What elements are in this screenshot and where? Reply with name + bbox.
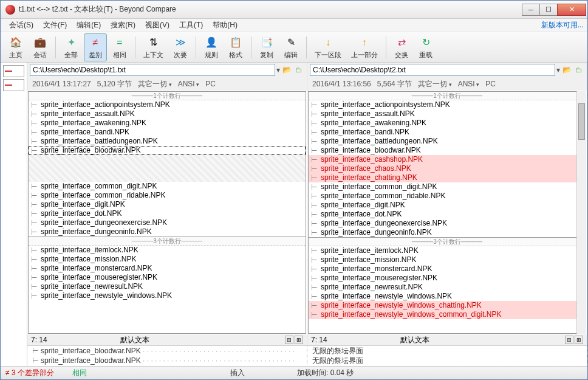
scrollbar[interactable] <box>576 91 586 334</box>
code-line[interactable]: ⊢ sprite_interface_newstyle_windows.NPK <box>29 291 306 300</box>
code-line[interactable]: ⊢ sprite_interface_assault.NPK <box>309 109 586 119</box>
open-file-icon[interactable]: 📂 <box>561 64 572 75</box>
code-line[interactable]: ⊢ sprite_interface_monstercard.NPK <box>29 264 306 273</box>
code-line[interactable]: ⊢ sprite_interface_bloodwar.NPK <box>29 146 306 155</box>
code-line[interactable]: ⊢ sprite_interface_assault.NPK <box>29 109 306 119</box>
expand-icon[interactable]: ⊞ <box>295 336 303 344</box>
detail-right-line: 无限的祭坛界面 <box>307 346 587 356</box>
diff-button[interactable]: ≠差别 <box>84 33 107 61</box>
left-pane[interactable]: ─────1个计数行─────⊢ sprite_interface_action… <box>27 91 307 334</box>
left-mode: 默认文本 <box>120 335 149 345</box>
code-line[interactable]: ⊢ sprite_interface_mouseregister.NPK <box>309 274 586 283</box>
right-path-input[interactable] <box>310 64 555 76</box>
left-misc-dropdown[interactable]: 其它一切 <box>138 79 172 89</box>
context-button[interactable]: ⇅上下文 <box>139 33 168 61</box>
swap-button[interactable]: ⇄交换 <box>390 33 413 61</box>
menubar: 会话(S) 文件(F) 编辑(E) 搜索(R) 视图(V) 工具(T) 帮助(H… <box>1 19 587 32</box>
code-line[interactable]: ⊢ sprite_interface_itemlock.NPK <box>309 246 586 255</box>
rules-button[interactable]: 👤规则 <box>200 33 223 61</box>
menu-view[interactable]: 视图(V) <box>140 19 174 32</box>
right-encoding-dropdown[interactable]: ANSI <box>458 80 480 88</box>
collapse-icon[interactable]: ⊟ <box>565 336 573 344</box>
menu-session[interactable]: 会话(S) <box>4 19 38 32</box>
reload-button[interactable]: ↻重载 <box>414 33 437 61</box>
menu-edit[interactable]: 编辑(E) <box>72 19 106 32</box>
menu-search[interactable]: 搜索(R) <box>106 19 140 32</box>
copy-button[interactable]: 📑复制 <box>255 33 278 61</box>
expand-icon[interactable]: ⊞ <box>575 336 583 344</box>
maximize-button[interactable]: ☐ <box>539 4 558 16</box>
code-line[interactable]: ⊢ sprite_interface_newstyle_windows.NPK <box>309 292 586 301</box>
menu-help[interactable]: 帮助(H) <box>208 19 242 32</box>
code-line[interactable]: ⊢ sprite_interface_dot.NPK <box>29 209 306 218</box>
detail-right-line: 无限的祭坛界面 <box>307 356 587 365</box>
code-line[interactable]: ⊢ sprite_interface_common_digit.NPK <box>29 182 306 191</box>
next-section-button[interactable]: ↓下一区段 <box>310 33 346 61</box>
code-line[interactable]: ⊢ sprite_interface_monstercard.NPK <box>309 264 586 274</box>
dropdown-icon[interactable]: ▾ <box>276 66 280 74</box>
overview-thumb[interactable] <box>3 65 24 77</box>
code-line[interactable]: ⊢ sprite_interface_itemlock.NPK <box>29 246 306 255</box>
update-link[interactable]: 新版本可用... <box>541 20 584 30</box>
code-line[interactable]: ⊢ sprite_interface_dungeoninfo.NPK <box>29 227 306 237</box>
prev-section-button[interactable]: ↑上一部分 <box>347 33 382 61</box>
code-line[interactable]: ⬅⊢ sprite_interface_cashshop.NPK <box>309 155 586 164</box>
right-pane[interactable]: ─────1个计数行─────⊢ sprite_interface_action… <box>307 91 587 334</box>
section-separator: ─────3个计数行───── <box>29 237 306 246</box>
code-line[interactable]: ⊢ sprite_interface_awakening.NPK <box>29 119 306 128</box>
code-line[interactable]: ⊢ sprite_interface_mission.NPK <box>309 255 586 264</box>
code-line[interactable]: ⊢ sprite_interface_battledungeon.NPK <box>29 137 306 146</box>
code-line[interactable]: ⊢ sprite_interface_digit.NPK <box>309 201 586 210</box>
home-button[interactable]: 🏠主页 <box>4 33 27 61</box>
code-line[interactable]: ⊢ sprite_interface_digit.NPK <box>29 200 306 209</box>
code-line[interactable]: ⊢ sprite_interface_actionpointsystem.NPK <box>309 100 586 109</box>
pencil-icon: ✎ <box>284 35 298 50</box>
code-line[interactable]: ⊢ sprite_interface_mouseregister.NPK <box>29 273 306 282</box>
close-button[interactable]: ✕ <box>557 4 586 16</box>
minor-button[interactable]: ≫次要 <box>169 33 192 61</box>
format-button[interactable]: 📋格式 <box>224 33 247 61</box>
sessions-button[interactable]: 💼会话 <box>29 33 52 61</box>
separator <box>251 36 251 58</box>
code-line[interactable]: ⊢ sprite_interface_awakening.NPK <box>309 119 586 128</box>
open-file-icon[interactable]: 📂 <box>281 64 292 75</box>
code-line[interactable]: ⊢ sprite_interface_newresult.NPK <box>309 283 586 292</box>
code-line[interactable]: ⊢ sprite_interface_common_ridable.NPK <box>29 191 306 200</box>
code-line[interactable]: ⊢ sprite_interface_dot.NPK <box>309 210 586 219</box>
code-line[interactable]: ⊢ sprite_interface_bandi.NPK <box>29 128 306 137</box>
code-line[interactable]: ⊢ sprite_interface_dungeonexercise.NPK <box>29 218 306 227</box>
overview-thumb[interactable] <box>3 79 24 91</box>
minimize-button[interactable]: ─ <box>522 4 540 16</box>
referee-icon: 👤 <box>204 35 219 50</box>
code-line[interactable]: ⬅⊢ sprite_interface_newstyle_windows_cha… <box>309 301 586 310</box>
dropdown-icon[interactable]: ▾ <box>556 66 560 74</box>
all-button[interactable]: ✦全部 <box>60 33 83 61</box>
code-line[interactable]: ⊢ sprite_interface_actionpointsystem.NPK <box>29 100 306 109</box>
left-path-input[interactable] <box>30 64 275 76</box>
code-line[interactable]: ⊢ sprite_interface_dungeoninfo.NPK <box>309 228 586 237</box>
right-misc-dropdown[interactable]: 其它一切 <box>418 79 452 89</box>
menu-tools[interactable]: 工具(T) <box>174 19 208 32</box>
edit-button[interactable]: ✎编辑 <box>279 33 303 61</box>
collapse-icon[interactable]: ⊟ <box>285 336 293 344</box>
window-title: t1.txt <--> t2.txt - 文本比较(T) - Beyond Co… <box>19 4 522 15</box>
titlebar: t1.txt <--> t2.txt - 文本比较(T) - Beyond Co… <box>1 1 587 19</box>
code-line[interactable]: ⊢ sprite_interface_chatting.NPK <box>309 173 586 182</box>
menu-file[interactable]: 文件(F) <box>38 19 72 32</box>
right-mode: 默认文本 <box>400 335 429 345</box>
code-line[interactable]: ⊢ sprite_interface_common_ridable.NPK <box>309 192 586 201</box>
code-line[interactable]: ⊢ sprite_interface_mission.NPK <box>29 255 306 264</box>
code-line[interactable]: ⊢ sprite_interface_newresult.NPK <box>29 282 306 291</box>
code-line[interactable]: ⊢ sprite_interface_chaos.NPK <box>309 164 586 173</box>
browse-icon[interactable]: 🗀 <box>573 64 584 75</box>
code-line[interactable]: ⊢ sprite_interface_battledungeon.NPK <box>309 137 586 146</box>
code-line[interactable]: ⊢ sprite_interface_bloodwar.NPK <box>309 146 586 155</box>
same-button[interactable]: =相同 <box>108 33 131 61</box>
code-line[interactable]: ⊢ sprite_interface_common_digit.NPK <box>309 182 586 192</box>
code-line[interactable]: ⊢ sprite_interface_dungeonexercise.NPK <box>309 219 586 228</box>
code-line[interactable]: ⊢ sprite_interface_newstyle_windows_comm… <box>309 310 586 319</box>
code-line[interactable]: ⊢ sprite_interface_bandi.NPK <box>309 128 586 137</box>
left-encoding-dropdown[interactable]: ANSI <box>178 80 200 88</box>
left-cursor-pos: 7: 14 <box>31 336 47 344</box>
browse-icon[interactable]: 🗀 <box>293 64 304 75</box>
